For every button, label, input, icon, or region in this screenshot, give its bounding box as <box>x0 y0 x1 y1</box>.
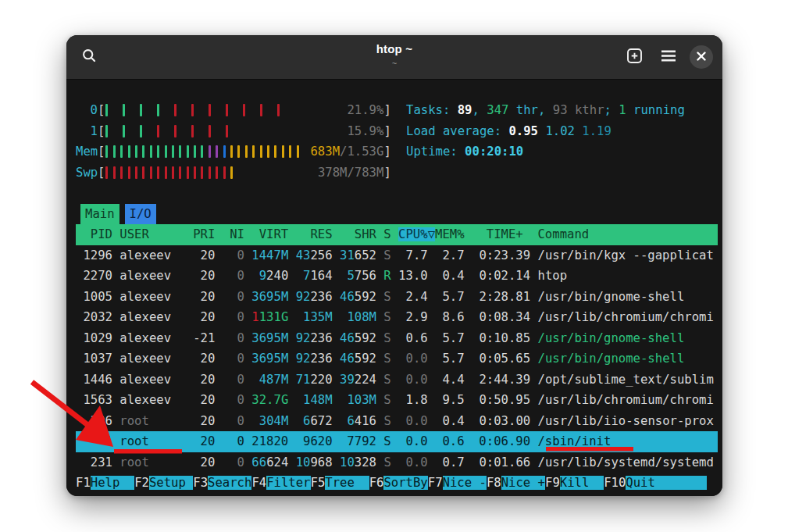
window-title: htop ~ <box>160 42 629 55</box>
process-row[interactable]: 1563 alexeev 20 0 32.7G 148M 103M S 1.8 … <box>76 390 718 411</box>
new-tab-button[interactable] <box>621 44 647 70</box>
memory-meter-label: Mem <box>76 141 98 162</box>
cpu-meter-0-label: 0 <box>76 100 98 121</box>
fkey-quit[interactable]: F10Quit <box>604 476 706 490</box>
terminal-area: 0[21.9%]Tasks: 89, 347 thr, 93 kthr; 1 r… <box>66 80 722 496</box>
process-row[interactable]: 1296 alexeev 20 0 1447M 43256 31652 S 7.… <box>76 245 718 266</box>
memory-meter-bar: 683M/1.53G <box>105 141 383 162</box>
close-button[interactable] <box>690 45 713 69</box>
window-titles: htop ~ ~ <box>160 42 629 68</box>
cpu-meter-0-bar: 21.9% <box>105 100 383 121</box>
swap-meter-value: 378M/783M <box>318 162 384 184</box>
uptime: Uptime: 00:20:10 <box>406 141 523 162</box>
fkey-filter[interactable]: F4Filter <box>251 476 310 490</box>
window-headerbar: htop ~ ~ <box>66 35 722 80</box>
swap-meter: Swp[378M/783M] <box>76 162 718 184</box>
cpu-meter-1-value: 15.9% <box>347 121 383 142</box>
fkey-nice-[interactable]: F7Nice - <box>428 476 487 490</box>
memory-meter: Mem[683M/1.53G]Uptime: 00:20:10 <box>76 141 718 162</box>
function-key-bar: F1Help F2Setup F3SearchF4FilterF5Tree F6… <box>76 473 718 494</box>
process-row[interactable]: 1005 alexeev 20 0 3695M 92236 46592 S 2.… <box>76 287 718 308</box>
cpu-meter-1-bar: 15.9% <box>105 121 383 142</box>
hamburger-menu-icon <box>661 50 676 65</box>
menu-button[interactable] <box>655 44 682 70</box>
process-row[interactable]: 2032 alexeev 20 0 1131G 135M 108M S 2.9 … <box>76 307 718 328</box>
fkey-tree[interactable]: F5Tree <box>311 476 369 490</box>
cpu-meter-0: 0[21.9%]Tasks: 89, 347 thr, 93 kthr; 1 r… <box>76 100 718 121</box>
fkey-kill[interactable]: F9Kill <box>545 476 604 490</box>
cpu-meter-1: 1[15.9%]Load average: 0.95 1.02 1.19 <box>76 121 718 142</box>
fkey-nice-[interactable]: F8Nice + <box>487 476 545 490</box>
process-row[interactable]: 2270 alexeev 20 0 9240 7164 5756 R 13.0 … <box>76 266 718 287</box>
cpu-meter-1-label: 1 <box>76 121 98 142</box>
memory-meter-value: 683M/1.53G <box>310 141 383 162</box>
process-row[interactable]: 396 root 20 0 304M 6672 6416 S 0.0 0.4 0… <box>76 411 718 432</box>
process-row[interactable]: 1037 alexeev 20 0 3695M 92236 46592 S 0.… <box>76 348 718 370</box>
tab-i-o[interactable]: I/O <box>125 204 156 225</box>
swap-meter-label: Swp <box>76 162 98 184</box>
fkey-help[interactable]: F1Help <box>76 476 134 490</box>
close-icon <box>697 50 706 64</box>
fkey-setup[interactable]: F2Setup <box>134 476 193 490</box>
htop-screen: 0[21.9%]Tasks: 89, 347 thr, 93 kthr; 1 r… <box>76 80 718 496</box>
process-row[interactable]: 1446 alexeev 20 0 487M 71220 39224 S 0.0… <box>76 370 718 391</box>
load-average: Load average: 0.95 1.02 1.19 <box>406 121 612 142</box>
search-icon <box>81 48 97 66</box>
console-window: htop ~ ~ <box>66 35 722 496</box>
new-tab-icon <box>626 48 643 67</box>
process-table-header[interactable]: PID USER PRI NI VIRT RES SHR S CPU%▽MEM%… <box>76 224 718 245</box>
window-subtitle: ~ <box>160 59 629 68</box>
process-row[interactable]: 1029 alexeev -21 0 3695M 92236 46592 S 0… <box>76 328 718 349</box>
swap-meter-bar: 378M/783M <box>105 162 383 184</box>
fkey-search[interactable]: F3Search <box>193 476 251 490</box>
tab-main[interactable]: Main <box>80 204 119 225</box>
fkey-sortby[interactable]: F6SortBy <box>369 476 428 490</box>
screen-tabs: MainI/O <box>76 204 718 225</box>
cpu-meter-0-value: 21.9% <box>347 100 383 121</box>
tasks-summary: Tasks: 89, 347 thr, 93 kthr; 1 running <box>406 100 685 121</box>
search-button[interactable] <box>76 44 102 70</box>
process-row-selected[interactable]: 1 root 20 0 21820 9620 7792 S 0.0 0.6 0:… <box>76 431 718 452</box>
process-row[interactable]: 231 root 20 0 66624 10968 10328 S 0.0 0.… <box>76 452 718 473</box>
